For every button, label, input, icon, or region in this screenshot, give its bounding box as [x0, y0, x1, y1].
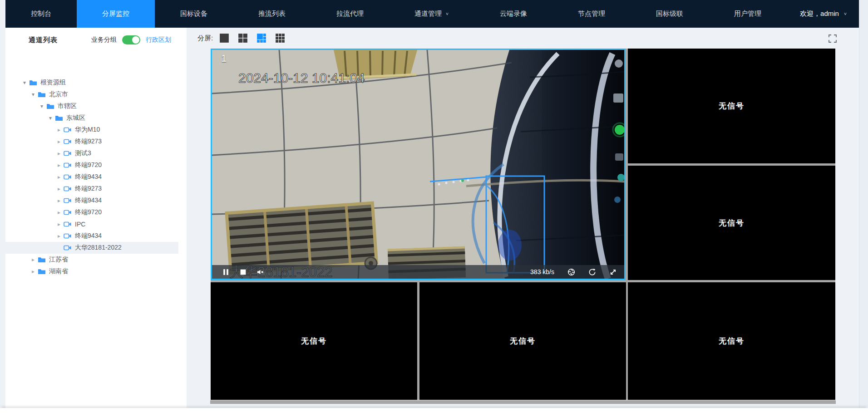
tree-node-label: 根资源组 [40, 79, 66, 87]
caret-collapsed-icon[interactable]: ▸ [30, 256, 37, 263]
split-6-button-active[interactable] [256, 33, 266, 43]
tree-node-label: 湖南省 [49, 267, 68, 275]
tab-gb-cascade[interactable]: 国标级联 [631, 0, 709, 28]
caret-collapsed-icon[interactable]: ▸ [55, 197, 63, 204]
split-9-button[interactable] [275, 33, 285, 43]
bitrate-label: 383 kb/s [530, 268, 554, 275]
tab-user-mgmt[interactable]: 用户管理 [709, 0, 787, 28]
caret-expanded-icon[interactable]: ▾ [21, 79, 28, 86]
tree-node-label: 江苏省 [49, 256, 68, 264]
tree-node-label: 终端9720 [75, 208, 102, 216]
channel-tree: ▾ 根资源组 ▾ 北京市 ▾ 市辖区 ▾ 东城区 ▸ 华为M10 ▸ 终端927… [5, 77, 187, 277]
caret-collapsed-icon[interactable]: ▸ [55, 162, 63, 168]
video-cell-1-selected[interactable]: 2024-10-12 10:41:04 大华28181-2022 1 383 k… [211, 49, 626, 280]
tree-node-camera[interactable]: ▸ 终端9273 [5, 183, 178, 195]
tab-split-monitor[interactable]: 分屏监控 [77, 0, 155, 28]
video-cell-3[interactable]: 无信号 [628, 166, 835, 280]
fullscreen-icon[interactable] [828, 34, 837, 43]
caret-collapsed-icon[interactable]: ▸ [55, 127, 63, 133]
no-signal-label: 无信号 [419, 282, 626, 400]
tree-node-camera[interactable]: ▸ 终端9434 [5, 171, 178, 183]
tree-node-camera[interactable]: ▸ IPC [5, 218, 178, 230]
tree-node-beijing[interactable]: ▾ 北京市 [5, 88, 178, 100]
folder-icon [55, 115, 63, 121]
caret-collapsed-icon[interactable]: ▸ [55, 174, 63, 180]
video-cell-5[interactable]: 无信号 [419, 282, 626, 400]
caret-expanded-icon[interactable]: ▾ [30, 91, 37, 98]
tree-node-root-group[interactable]: ▾ 根资源组 [5, 77, 178, 88]
tab-cloud-record[interactable]: 云端录像 [474, 0, 552, 28]
tree-node-camera[interactable]: ▸ 测试3 [5, 148, 178, 159]
nav-spacer [787, 0, 800, 28]
caret-collapsed-icon[interactable]: ▸ [55, 138, 63, 145]
split-label: 分屏: [197, 34, 213, 43]
camera-icon [64, 197, 72, 204]
mute-icon[interactable] [256, 268, 264, 276]
video-cell-2[interactable]: 无信号 [628, 49, 835, 163]
video-cell-6[interactable]: 无信号 [628, 282, 835, 400]
camera-icon [64, 209, 72, 216]
caret-collapsed-icon[interactable]: ▸ [55, 150, 63, 157]
split-4-button[interactable] [238, 33, 248, 43]
no-signal-label: 无信号 [628, 282, 835, 400]
grid-scrollbar-horizontal[interactable] [210, 400, 836, 404]
group-mode-toggle[interactable] [122, 35, 140, 44]
folder-icon [38, 268, 46, 275]
aperture-settings-icon[interactable] [567, 268, 575, 276]
tree-node-camera[interactable]: ▸ 终端9273 [5, 136, 178, 148]
camera-icon [64, 245, 72, 251]
tab-console[interactable]: 控制台 [5, 0, 77, 28]
tree-node-jiangsu[interactable]: ▸ 江苏省 [5, 254, 178, 266]
tree-node-label: 终端9273 [75, 185, 102, 193]
chevron-down-icon: ∨ [843, 11, 847, 16]
caret-collapsed-icon[interactable]: ▸ [55, 186, 63, 192]
admin-region-label[interactable]: 行政区划 [146, 36, 171, 44]
tree-node-dongchengqu[interactable]: ▾ 东城区 [5, 112, 178, 124]
tree-node-shixiaqu[interactable]: ▾ 市辖区 [5, 100, 178, 112]
channel-sidebar: 通道列表 业务分组 行政区划 ▾ 根资源组 ▾ 北京市 ▾ 市辖区 ▾ 东城区 … [5, 28, 187, 413]
camera-icon [64, 150, 72, 157]
tree-node-camera-selected[interactable]: 大华28181-2022 [5, 242, 178, 254]
camera-icon [64, 186, 72, 192]
tree-node-label: 北京市 [49, 90, 68, 98]
page-scrollbar-vertical[interactable] [859, 0, 868, 413]
top-nav: 控制台 分屏监控 国标设备 推流列表 拉流代理 通道管理∨ 云端录像 节点管理 … [5, 0, 859, 28]
folder-icon [46, 103, 54, 109]
tab-push-list[interactable]: 推流列表 [233, 0, 311, 28]
tree-node-label: 终端9273 [75, 138, 102, 146]
split-1-button[interactable] [219, 33, 229, 43]
sidebar-title: 通道列表 [29, 36, 58, 44]
no-signal-label: 无信号 [628, 49, 835, 163]
tab-gb-devices[interactable]: 国标设备 [155, 0, 233, 28]
tree-node-hunan[interactable]: ▸ 湖南省 [5, 266, 178, 277]
tree-node-label: 终端9720 [75, 161, 102, 169]
split-toolbar: 分屏: [197, 28, 859, 49]
caret-collapsed-icon[interactable]: ▸ [55, 221, 63, 227]
caret-collapsed-icon[interactable]: ▸ [55, 233, 63, 239]
tree-node-camera[interactable]: ▸ 终端9434 [5, 230, 178, 242]
tree-node-camera[interactable]: ▸ 终端9434 [5, 195, 178, 206]
stop-button[interactable] [239, 268, 247, 276]
expand-cell-icon[interactable] [609, 268, 617, 276]
caret-expanded-icon[interactable]: ▾ [38, 103, 45, 109]
folder-icon [29, 79, 37, 86]
tree-node-camera[interactable]: ▸ 终端9720 [5, 206, 178, 218]
caret-expanded-icon[interactable]: ▾ [47, 115, 54, 121]
no-signal-label: 无信号 [211, 282, 417, 400]
toggle-knob [132, 36, 139, 44]
tree-node-label: 终端9434 [75, 197, 102, 205]
camera-icon [64, 138, 72, 145]
tree-node-label: 大华28181-2022 [75, 244, 122, 252]
refresh-icon[interactable] [588, 268, 596, 276]
camera-icon [64, 162, 72, 168]
tab-node-mgmt[interactable]: 节点管理 [552, 0, 631, 28]
caret-collapsed-icon[interactable]: ▸ [55, 209, 63, 216]
pause-button[interactable] [222, 268, 230, 276]
video-cell-4[interactable]: 无信号 [211, 282, 417, 400]
caret-collapsed-icon[interactable]: ▸ [30, 268, 37, 275]
tab-channel-mgmt[interactable]: 通道管理∨ [389, 0, 474, 28]
tree-node-camera[interactable]: ▸ 华为M10 [5, 124, 178, 136]
user-menu[interactable]: 欢迎，admin ∨ [800, 0, 859, 28]
tab-pull-proxy[interactable]: 拉流代理 [311, 0, 389, 28]
tree-node-camera[interactable]: ▸ 终端9720 [5, 159, 178, 171]
